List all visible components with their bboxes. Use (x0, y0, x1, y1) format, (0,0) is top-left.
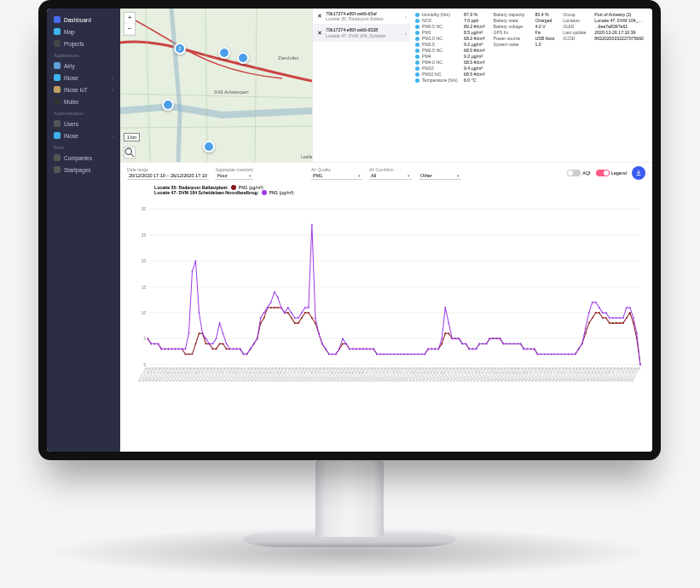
svg-point-156 (612, 322, 614, 324)
svg-point-213 (311, 224, 313, 226)
svg-point-220 (335, 354, 337, 355)
map-marker[interactable] (218, 47, 230, 59)
svg-text:15: 15 (142, 285, 147, 290)
svg-point-291 (578, 349, 580, 350)
remove-selection-button[interactable]: ✕ (316, 30, 323, 37)
svg-point-266 (493, 337, 495, 339)
svg-point-62 (291, 317, 292, 319)
svg-point-228 (362, 349, 364, 350)
svg-point-264 (485, 343, 487, 345)
metric-dot-icon (415, 61, 419, 65)
air-quality-control[interactable]: Air Quality PM1▾ (311, 167, 362, 180)
svg-point-302 (616, 317, 617, 319)
svg-point-226 (356, 349, 357, 350)
aggregate-control[interactable]: Aggregate (median) Hour▾ (216, 167, 253, 180)
svg-point-300 (609, 317, 610, 319)
legend-toggle[interactable]: Legend (596, 170, 627, 176)
sidebar-item-inose[interactable]: iNose› (47, 72, 120, 84)
selected-device-row[interactable]: ✕70b17274-e80f-ce66-6528Locatie 47: DVM … (313, 25, 410, 41)
svg-point-170 (164, 349, 165, 350)
aqi-toggle[interactable]: AQI (567, 170, 590, 176)
map-marker[interactable] (237, 52, 249, 64)
air-condition-control[interactable]: Air Condition All▾ (369, 167, 412, 180)
svg-point-298 (602, 312, 604, 314)
nav-icon (54, 62, 61, 69)
svg-point-205 (284, 312, 286, 314)
sidebar-item-companies[interactable]: Companies (47, 152, 120, 164)
sidebar-item-molex[interactable]: Molex (47, 95, 120, 107)
svg-point-222 (342, 337, 344, 339)
sidebar-item-users[interactable]: Users (47, 118, 120, 130)
sidebar-item-startpages[interactable]: Startpages (47, 164, 120, 176)
sidebar-item-label: Map (64, 29, 75, 35)
chevron-right-icon: › (405, 31, 407, 36)
svg-point-253 (448, 322, 449, 324)
svg-point-179 (195, 260, 197, 262)
svg-point-252 (444, 307, 446, 308)
svg-point-267 (496, 337, 498, 339)
map-zoom-controls: + − (124, 12, 136, 36)
remove-selection-button[interactable]: ✕ (316, 13, 323, 20)
metric-row: PM10 NC68.5 #/cm³ (415, 72, 485, 77)
svg-point-275 (524, 349, 525, 350)
svg-text:S43 Antwerpen: S43 Antwerpen (214, 89, 249, 95)
nav-icon (54, 120, 61, 127)
svg-point-165 (147, 337, 148, 339)
sidebar-item-airly[interactable]: Airly (47, 60, 120, 72)
svg-point-193 (243, 354, 245, 355)
svg-point-69 (315, 322, 316, 324)
sidebar-item-dashboard[interactable]: Dashboard (47, 14, 120, 26)
chart-panel: Locatie 35: Radarpost Ballastplant: PM1 … (120, 182, 652, 452)
metric-row: GPS fixFix (494, 30, 555, 35)
svg-point-244 (417, 354, 419, 355)
svg-point-269 (503, 343, 505, 345)
download-button[interactable] (632, 166, 645, 180)
legend-item[interactable]: Locatie 47: DVM 104 Scheldelaan Noordlan… (154, 190, 293, 195)
svg-point-207 (291, 312, 292, 314)
sidebar-item-projects[interactable]: Projects (47, 37, 120, 49)
sidebar-item-label: Projects (64, 41, 84, 47)
map-marker[interactable]: 2 (174, 43, 186, 55)
sidebar-section-root: Root (47, 141, 120, 152)
svg-point-219 (332, 354, 333, 355)
metric-row: PM49.2 µg/m³ (415, 54, 485, 59)
search-icon (124, 147, 135, 158)
svg-point-107 (444, 332, 446, 334)
svg-point-242 (410, 354, 412, 355)
svg-point-61 (287, 312, 289, 314)
svg-point-290 (575, 354, 576, 355)
svg-point-221 (338, 349, 340, 350)
metric-row: GUID...6ee7e8397e61 (563, 24, 644, 29)
map-zoom-in[interactable]: + (124, 13, 135, 24)
map-canvas[interactable]: S43 Antwerpen Zandvliet Leaflet (120, 9, 312, 162)
sidebar-item-inose[interactable]: iNose› (47, 130, 120, 141)
line-chart[interactable]: 05101520253020/12 17:0020/12 18:0020/12 … (127, 185, 645, 409)
svg-point-277 (530, 349, 532, 350)
chevron-right-icon: › (112, 133, 113, 138)
svg-point-243 (414, 354, 415, 355)
map-search-button[interactable] (124, 147, 136, 159)
svg-point-308 (636, 332, 638, 334)
sidebar-item-inose-iot[interactable]: iNose IoT› (47, 84, 120, 95)
svg-point-210 (301, 312, 303, 314)
svg-point-212 (308, 307, 310, 308)
svg-point-309 (639, 364, 641, 366)
map-zoom-out[interactable]: − (124, 24, 135, 35)
map-panel[interactable]: S43 Antwerpen Zandvliet Leaflet + − 1 km… (120, 9, 312, 162)
other-control[interactable]: Other▾ (419, 167, 461, 180)
metric-dot-icon (415, 78, 419, 83)
date-range-control[interactable]: Date range 20/12/2020 17:10 – 26/12/2020… (127, 167, 209, 180)
svg-point-169 (160, 349, 162, 350)
metric-dot-icon (415, 37, 419, 41)
svg-point-280 (541, 354, 542, 355)
sidebar-item-map[interactable]: Map (47, 26, 120, 37)
map-marker[interactable] (203, 141, 215, 153)
selected-device-row[interactable]: ✕70b17274-e80f-ce66-65afLocatie 35: Rada… (313, 9, 410, 25)
svg-point-229 (366, 349, 367, 350)
svg-point-150 (592, 317, 593, 319)
svg-point-268 (500, 337, 501, 339)
svg-point-236 (390, 354, 391, 355)
nav-icon (54, 74, 61, 81)
svg-point-198 (260, 317, 262, 319)
svg-point-4 (125, 148, 131, 154)
